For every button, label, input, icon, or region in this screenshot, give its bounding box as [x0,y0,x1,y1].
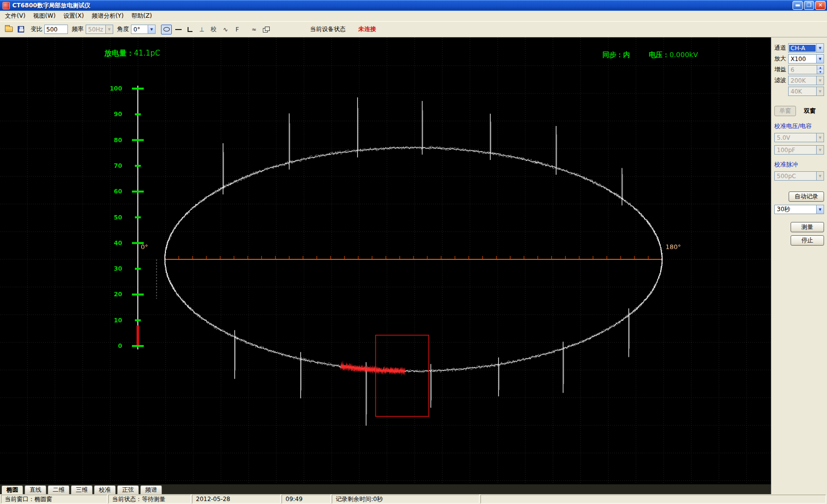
cascade-windows-icon[interactable] [260,25,271,34]
menu-settings[interactable]: 设置(X) [60,10,88,22]
menu-spectrum-analysis[interactable]: 频谱分析(Y) [88,10,127,22]
measure-button[interactable]: 测量 [791,222,824,232]
cal-pulse-select[interactable]: 500pC▼ [774,171,824,181]
menu-file[interactable]: 文件(V) [1,10,30,22]
control-panel: 通道 CH-A▼ 放大 X100▼ 增益 6 ▲▼ 滤波 [771,37,827,494]
status-remaining-time: 记录剩余时间:0秒 [332,495,479,504]
chevron-down-icon: ▼ [816,44,824,52]
gain-spinner[interactable]: 6 ▲▼ [788,65,824,74]
tab-2d[interactable]: 二维 [48,485,69,494]
chevron-down-icon: ▼ [816,76,824,85]
status-time: 09:49 [282,495,331,504]
frequency-label: 频率 [72,25,84,33]
filter2-select[interactable]: 40K▼ [788,87,824,96]
stop-button[interactable]: 停止 [791,235,824,246]
spin-down-icon[interactable]: ▼ [817,70,824,74]
record-interval-select[interactable]: 30秒▼ [774,205,824,214]
auto-record-button[interactable]: 自动记录 [789,191,824,202]
ellipse-tool-icon[interactable] [161,25,172,34]
amplify-select[interactable]: X100▼ [788,54,824,63]
double-window-label: 双窗 [804,107,816,115]
angle-select[interactable]: 0°▼ [131,25,156,34]
device-status-label: 当前设备状态 [310,25,346,33]
save-icon[interactable] [15,25,26,34]
menu-view[interactable]: 视图(W) [30,10,60,22]
spectrum-tool-icon[interactable]: ≈ [249,25,259,34]
ratio-label: 变比 [31,25,42,33]
statusbar: 当前窗口：椭圆窗 当前状态：等待测量 2012-05-28 09:49 记录剩余… [0,494,827,504]
chevron-down-icon: ▼ [816,172,824,180]
tab-line[interactable]: 直线 [25,485,46,494]
maximize-button[interactable]: ❒ [804,1,814,10]
tab-calibration[interactable]: 校准 [94,485,116,494]
f-tool-icon[interactable]: F [232,25,243,34]
filter-label: 滤波 [774,76,788,85]
status-filler [480,495,826,504]
tab-spectrum[interactable]: 频谱 [140,485,162,494]
close-button[interactable]: ✕ [815,1,826,10]
minimize-button[interactable]: ▬ [793,1,803,10]
status-date: 2012-05-28 [192,495,281,504]
toolbar: 变比 频率 50Hz▼ 角度 0°▼ ⊥ 校 ∿ F ≈ 当前设备状态 未连接 [0,22,827,37]
calibration-tool-icon[interactable]: 校 [208,25,219,34]
cal-voltage-header: 校准电压/电容 [774,122,824,130]
channel-label: 通道 [774,44,788,52]
content: 放电量：41.1pC 同步：内 电压：0.000kV 0° 180° 椭圆 直线… [0,37,827,494]
channel-select[interactable]: CH-A▼ [788,43,824,53]
chevron-down-icon: ▼ [816,55,824,63]
app-icon [2,2,10,9]
single-window-button[interactable]: 单窗 [774,106,796,116]
chevron-down-icon: ▼ [816,87,824,95]
cal-pulse-header: 校准脉冲 [774,160,824,169]
amplify-label: 放大 [774,55,788,63]
frequency-select[interactable]: 50Hz▼ [86,25,113,34]
angle-label: 角度 [117,25,129,33]
gain-label: 增益 [774,65,788,74]
tab-sine[interactable]: 正弦 [117,485,139,494]
view-tabstrip: 椭圆 直线 二维 三维 校准 正弦 频谱 [0,484,771,494]
pd-ellipse-canvas[interactable] [0,37,771,484]
cal-voltage-select[interactable]: 5.0V▼ [774,133,824,142]
menubar: 文件(V) 视图(W) 设置(X) 频谱分析(Y) 帮助(Z) [0,11,827,22]
chevron-down-icon: ▼ [105,25,113,33]
menu-help[interactable]: 帮助(Z) [127,10,156,22]
tab-ellipse[interactable]: 椭圆 [1,485,23,494]
tab-3d[interactable]: 三维 [71,485,93,494]
cal-capacitance-select[interactable]: 100pF▼ [774,145,824,155]
chevron-down-icon: ▼ [816,205,824,214]
axes-3d-tool-icon[interactable]: ⊥ [196,25,207,34]
chevron-down-icon: ▼ [816,133,824,142]
open-file-icon[interactable] [3,25,14,34]
line-tool-icon[interactable] [173,25,184,34]
chevron-down-icon: ▼ [148,25,155,33]
status-current-window: 当前窗口：椭圆窗 [1,495,107,504]
sine-tool-icon[interactable]: ∿ [220,25,231,34]
status-current-state: 当前状态：等待测量 [108,495,191,504]
scope-display: 放电量：41.1pC 同步：内 电压：0.000kV 0° 180° [0,37,771,484]
axes-2d-tool-icon[interactable] [185,25,195,34]
chevron-down-icon: ▼ [816,146,824,154]
app-window: CT6800数字局部放电测试仪 ▬ ❒ ✕ 文件(V) 视图(W) 设置(X) … [0,0,827,504]
spin-up-icon[interactable]: ▲ [817,65,824,70]
titlebar: CT6800数字局部放电测试仪 ▬ ❒ ✕ [0,0,827,11]
filter-select[interactable]: 200K▼ [788,76,824,85]
window-title: CT6800数字局部放电测试仪 [12,1,792,10]
device-status-value: 未连接 [358,25,376,33]
ratio-input[interactable] [44,25,68,34]
